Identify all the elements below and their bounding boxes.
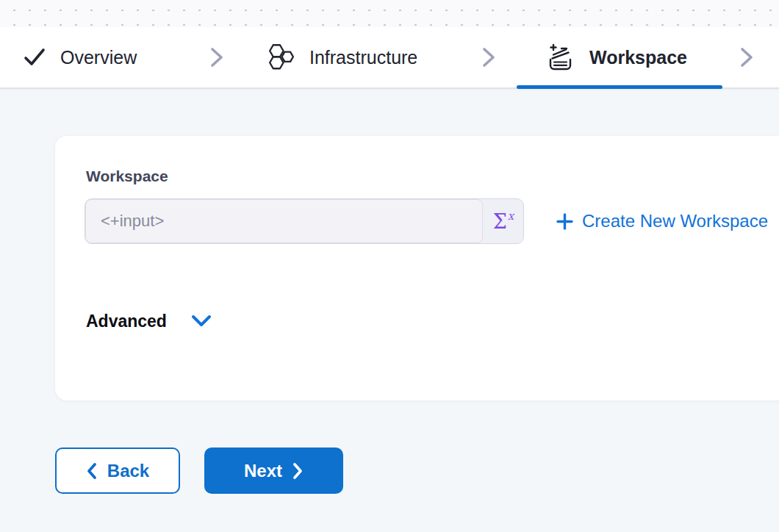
wizard-screen: Overview Infrastructure (0, 0, 779, 532)
advanced-label: Advanced (86, 312, 167, 331)
advanced-toggle[interactable]: Advanced (86, 309, 212, 333)
step-workspace[interactable]: Workspace (545, 27, 687, 87)
check-icon (22, 45, 47, 70)
step-label: Infrastructure (309, 47, 417, 68)
workspace-field-label: Workspace (86, 168, 168, 185)
create-new-workspace-link[interactable]: Create New Workspace (556, 198, 768, 244)
step-overview[interactable]: Overview (22, 27, 137, 87)
chevron-right-icon (292, 462, 304, 480)
chevron-right-icon (208, 46, 226, 68)
hexagon-cluster-icon (266, 43, 296, 73)
step-label: Overview (60, 47, 137, 68)
next-button[interactable]: Next (204, 447, 343, 494)
workspace-form-card: Workspace Σ x Create New Workspace Advan… (55, 136, 779, 400)
wizard-stepper: Overview Infrastructure (0, 27, 779, 89)
formula-sigma-button[interactable]: Σ x (483, 199, 523, 243)
chevron-right-icon (480, 46, 498, 68)
step-label: Workspace (589, 47, 687, 68)
workspace-input-group: Σ x (85, 198, 524, 244)
dotted-canvas-background (0, 0, 779, 27)
step-infrastructure[interactable]: Infrastructure (266, 27, 417, 87)
create-link-label: Create New Workspace (582, 211, 768, 231)
next-button-label: Next (244, 461, 282, 481)
chevron-left-icon (86, 462, 97, 480)
active-step-underline (517, 85, 722, 89)
back-button-label: Back (107, 461, 149, 481)
plus-icon (556, 212, 574, 231)
chevron-right-icon (738, 46, 755, 68)
sigma-superscript: x (508, 209, 514, 223)
chevron-down-icon (190, 314, 212, 328)
sigma-icon: Σ (493, 212, 507, 231)
back-button[interactable]: Back (55, 447, 180, 494)
layers-stack-icon (545, 42, 576, 73)
workspace-input[interactable] (85, 199, 483, 243)
